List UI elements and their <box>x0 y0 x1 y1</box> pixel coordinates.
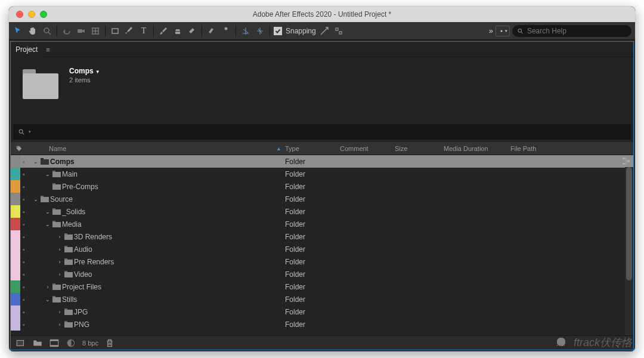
project-row[interactable]: ▪›AudioFolder <box>11 243 633 255</box>
roto-brush-tool-icon[interactable] <box>206 25 218 37</box>
workspace-settings-button[interactable]: ▾ <box>496 26 510 36</box>
col-header-size[interactable]: Size <box>395 145 444 152</box>
project-row[interactable]: ▪›JPGFolder <box>11 305 633 318</box>
col-header-comment[interactable]: Comment <box>340 145 395 152</box>
flowchart-view-icon[interactable] <box>621 156 631 166</box>
disclosure-triangle-icon[interactable]: › <box>44 284 51 290</box>
item-name[interactable]: Project Files <box>62 283 101 291</box>
type-tool-icon[interactable]: T <box>138 25 150 37</box>
label-color-swatch[interactable] <box>11 218 20 230</box>
new-comp-icon[interactable] <box>49 338 60 348</box>
col-header-file-path[interactable]: File Path <box>510 145 633 152</box>
disclosure-triangle-icon[interactable]: › <box>56 234 63 240</box>
label-color-swatch[interactable] <box>11 205 20 218</box>
snap-collapse-icon[interactable] <box>333 25 345 37</box>
zoom-tool-icon[interactable] <box>41 25 53 37</box>
expand-toolbar-icon[interactable]: » <box>489 26 493 35</box>
row-reveal-button[interactable]: ▪ <box>20 221 27 228</box>
col-header-type[interactable]: Type <box>285 145 340 152</box>
item-name[interactable]: _Solids <box>62 208 85 216</box>
project-row[interactable]: ▪Pre-CompsFolder <box>11 180 633 193</box>
disclosure-triangle-icon[interactable]: › <box>56 259 63 265</box>
project-row[interactable]: ▪›3D RendersFolder <box>11 230 633 243</box>
label-color-swatch[interactable] <box>11 230 20 243</box>
disclosure-triangle-icon[interactable]: ⌄ <box>44 297 51 303</box>
row-reveal-button[interactable]: ▪ <box>20 258 27 266</box>
local-axis-icon[interactable] <box>240 25 252 37</box>
project-items-list[interactable]: ▪⌄CompsFolder▪⌄MainFolder▪Pre-CompsFolde… <box>11 155 633 335</box>
project-row[interactable]: ▪›Project FilesFolder <box>11 280 633 293</box>
row-reveal-button[interactable]: ▪ <box>20 321 27 328</box>
disclosure-triangle-icon[interactable]: ⌄ <box>32 159 39 165</box>
item-name[interactable]: Pre-Comps <box>62 183 98 191</box>
eraser-tool-icon[interactable] <box>186 25 198 37</box>
vertical-scrollbar[interactable] <box>625 167 633 335</box>
row-reveal-button[interactable]: ▪ <box>20 233 27 240</box>
new-adjustment-icon[interactable] <box>66 338 76 348</box>
selection-tool-icon[interactable] <box>13 25 24 37</box>
label-color-swatch[interactable] <box>11 243 20 255</box>
item-name[interactable]: Stills <box>62 295 77 304</box>
item-name[interactable]: Source <box>50 195 73 203</box>
item-name[interactable]: Video <box>74 270 92 279</box>
project-row[interactable]: ▪⌄CompsFolder <box>11 155 633 168</box>
delete-icon[interactable] <box>104 338 115 348</box>
item-name[interactable]: Main <box>62 170 78 178</box>
project-row[interactable]: ▪›VideoFolder <box>11 268 633 280</box>
search-help-input[interactable] <box>527 27 627 35</box>
camera-tool-icon[interactable] <box>75 25 87 37</box>
row-reveal-button[interactable]: ▪ <box>20 308 27 316</box>
bit-depth-button[interactable]: 8 bpc <box>82 340 98 347</box>
row-reveal-button[interactable]: ▪ <box>20 208 27 215</box>
row-reveal-button[interactable]: ▪ <box>20 171 27 178</box>
snapping-checkbox[interactable] <box>274 27 282 35</box>
row-reveal-button[interactable]: ▪ <box>20 283 27 291</box>
panel-menu-icon[interactable]: ≡ <box>42 46 53 53</box>
hand-tool-icon[interactable] <box>27 25 39 37</box>
disclosure-triangle-icon[interactable]: › <box>56 309 63 315</box>
item-name[interactable]: Comps <box>50 158 75 166</box>
project-row[interactable]: ▪⌄SourceFolder <box>11 193 633 205</box>
new-folder-icon[interactable] <box>32 338 43 348</box>
col-tag-icon[interactable] <box>11 146 27 152</box>
project-row[interactable]: ▪⌄MainFolder <box>11 168 633 180</box>
disclosure-triangle-icon[interactable]: › <box>56 246 63 252</box>
label-color-swatch[interactable] <box>11 293 20 305</box>
brush-tool-icon[interactable] <box>157 25 169 37</box>
disclosure-triangle-icon[interactable]: ⌄ <box>32 196 39 202</box>
snap-to-edges-icon[interactable] <box>318 25 330 37</box>
item-name[interactable]: JPG <box>74 308 88 316</box>
interpret-footage-icon[interactable] <box>16 338 26 348</box>
label-color-swatch[interactable] <box>11 255 20 268</box>
search-help-field[interactable] <box>512 25 631 37</box>
pan-behind-tool-icon[interactable] <box>89 25 101 37</box>
disclosure-triangle-icon[interactable]: ⌄ <box>44 209 51 215</box>
label-color-swatch[interactable] <box>11 155 20 168</box>
row-reveal-button[interactable]: ▪ <box>20 158 27 165</box>
label-color-swatch[interactable] <box>11 180 20 193</box>
item-name[interactable]: 3D Renders <box>74 233 112 241</box>
col-header-name[interactable]: Name▲ <box>44 145 285 152</box>
row-reveal-button[interactable]: ▪ <box>20 196 27 203</box>
world-axis-icon[interactable] <box>254 25 266 37</box>
pen-tool-icon[interactable] <box>123 25 135 37</box>
project-search-input[interactable] <box>35 128 626 136</box>
snapping-toggle[interactable]: Snapping <box>274 27 316 35</box>
disclosure-triangle-icon[interactable]: ⌄ <box>44 221 51 227</box>
disclosure-triangle-icon[interactable]: › <box>56 271 63 277</box>
item-name[interactable]: Media <box>62 220 82 229</box>
project-row[interactable]: ▪›Pre RendersFolder <box>11 255 633 268</box>
puppet-pin-tool-icon[interactable] <box>220 25 232 37</box>
label-color-swatch[interactable] <box>11 318 20 331</box>
project-search[interactable]: ▾ <box>13 124 631 140</box>
rectangle-tool-icon[interactable] <box>109 25 121 37</box>
scrollbar-thumb[interactable] <box>626 167 632 280</box>
col-header-media-duration[interactable]: Media Duration <box>444 145 510 152</box>
label-color-swatch[interactable] <box>11 280 20 293</box>
item-name[interactable]: PNG <box>74 320 89 329</box>
clone-stamp-tool-icon[interactable] <box>172 25 184 37</box>
row-reveal-button[interactable]: ▪ <box>20 271 27 278</box>
disclosure-triangle-icon[interactable]: › <box>56 322 63 328</box>
item-name[interactable]: Pre Renders <box>74 258 114 266</box>
disclosure-triangle-icon[interactable]: ⌄ <box>44 171 51 177</box>
